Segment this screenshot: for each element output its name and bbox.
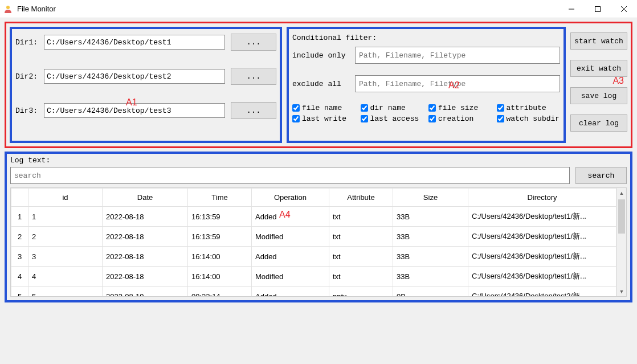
- cell-directory: C:/Users/42436/Desktop/test1/新...: [468, 267, 616, 287]
- cell-size: 33B: [393, 207, 468, 227]
- cell-date: 2022-08-18: [103, 227, 188, 247]
- dir3-label: Dir3:: [15, 107, 38, 115]
- search-button[interactable]: search: [575, 167, 627, 184]
- dir2-label: Dir2:: [15, 72, 38, 81]
- cell-attribute: txt: [329, 227, 393, 247]
- cell-operation: Modified: [252, 267, 329, 287]
- cell-size: 0B: [393, 287, 468, 297]
- cell-id: 5: [28, 287, 103, 297]
- svg-point-0: [6, 6, 10, 9]
- dir3-input[interactable]: [44, 103, 225, 118]
- include-input[interactable]: [355, 47, 560, 64]
- cell-directory: C:/Users/42436/Desktop/test1/新...: [468, 227, 616, 247]
- cell-operation: Added: [252, 207, 329, 227]
- col-attribute[interactable]: Attribute: [329, 189, 393, 207]
- cell-operation: Modified: [252, 227, 329, 247]
- titlebar[interactable]: File Monitor: [0, 0, 637, 18]
- table-header-row: id Date Time Operation Attribute Size Di…: [11, 189, 616, 207]
- dir1-browse-button[interactable]: ...: [231, 34, 276, 51]
- row-number: 4: [11, 267, 28, 287]
- cell-date: 2022-08-19: [103, 287, 188, 297]
- scroll-down-icon[interactable]: ▼: [617, 287, 626, 296]
- save-log-button[interactable]: save log: [570, 87, 627, 104]
- check-last-access[interactable]: last access: [361, 114, 424, 123]
- dir3-browse-button[interactable]: ...: [231, 102, 276, 119]
- cell-attribute: txt: [329, 247, 393, 267]
- log-table-wrap: id Date Time Operation Attribute Size Di…: [10, 187, 627, 297]
- filter-box: Conditional filter: include only exclude…: [287, 27, 566, 143]
- scroll-thumb[interactable]: [618, 199, 625, 234]
- dir1-label: Dir1:: [15, 38, 38, 47]
- dir2-input[interactable]: [44, 69, 225, 84]
- cell-time: 16:13:59: [188, 207, 252, 227]
- annotation-a3: A3: [612, 76, 624, 86]
- window-title: File Monitor: [17, 5, 56, 13]
- check-dir-name[interactable]: dir name: [361, 104, 424, 112]
- cell-directory: C:/Users/42436/Desktop/test1/新...: [468, 247, 616, 267]
- cell-date: 2022-08-18: [103, 267, 188, 287]
- cell-id: 3: [28, 247, 103, 267]
- check-creation[interactable]: creation: [428, 114, 492, 123]
- cell-time: 16:14:00: [188, 267, 252, 287]
- check-file-name[interactable]: file name: [292, 104, 356, 112]
- cell-time: 16:14:00: [188, 247, 252, 267]
- table-row[interactable]: 332022-08-1816:14:00Addedtxt33BC:/Users/…: [11, 247, 616, 267]
- check-watch-subdir[interactable]: watch subdir: [497, 114, 561, 123]
- table-row[interactable]: 552022-08-1909:22:14Addedpptx0BC:/Users/…: [11, 287, 616, 297]
- app-icon: [3, 5, 13, 14]
- cell-date: 2022-08-18: [103, 247, 188, 267]
- col-id[interactable]: id: [28, 189, 103, 207]
- vertical-scrollbar[interactable]: ▲ ▼: [616, 188, 626, 296]
- cell-id: 1: [28, 207, 103, 227]
- col-time[interactable]: Time: [188, 189, 252, 207]
- table-row[interactable]: 222022-08-1816:13:59Modifiedtxt33BC:/Use…: [11, 227, 616, 247]
- filter-checkboxes: file name dir name file size attribute l…: [292, 104, 560, 123]
- config-panel: Dir1: ... Dir2: ... Dir3: ... A1 Conditi…: [5, 22, 632, 148]
- dir2-browse-button[interactable]: ...: [231, 68, 276, 85]
- filter-title: Conditional filter:: [292, 34, 560, 42]
- dir1-input[interactable]: [44, 35, 225, 50]
- cell-size: 33B: [393, 247, 468, 267]
- cell-id: 2: [28, 227, 103, 247]
- table-row[interactable]: 112022-08-1816:13:59Addedtxt33BC:/Users/…: [11, 207, 616, 227]
- cell-attribute: txt: [329, 267, 393, 287]
- log-section: Log text: search id Date Time Operation: [5, 152, 632, 302]
- exclude-label: exclude all: [292, 80, 349, 88]
- close-button[interactable]: [611, 0, 637, 18]
- exit-watch-button[interactable]: exit watch: [570, 60, 627, 77]
- action-buttons: start watch exit watch save log clear lo…: [570, 27, 627, 143]
- search-input[interactable]: [10, 167, 570, 184]
- clear-log-button[interactable]: clear log: [570, 114, 627, 132]
- cell-time: 09:22:14: [188, 287, 252, 297]
- cell-date: 2022-08-18: [103, 207, 188, 227]
- cell-directory: C:/Users/42436/Desktop/test1/新...: [468, 207, 616, 227]
- col-date[interactable]: Date: [103, 189, 188, 207]
- col-directory[interactable]: Directory: [468, 189, 616, 207]
- directories-box: Dir1: ... Dir2: ... Dir3: ... A1: [10, 27, 282, 143]
- minimize-button[interactable]: [558, 0, 585, 18]
- table-row[interactable]: 442022-08-1816:14:00Modifiedtxt33BC:/Use…: [11, 267, 616, 287]
- row-number: 1: [11, 207, 28, 227]
- log-label: Log text:: [10, 156, 627, 165]
- check-attribute[interactable]: attribute: [497, 104, 561, 112]
- cell-attribute: pptx: [329, 287, 393, 297]
- cell-attribute: txt: [329, 207, 393, 227]
- row-number: 3: [11, 247, 28, 267]
- maximize-button[interactable]: [585, 0, 611, 18]
- svg-rect-2: [595, 6, 601, 11]
- exclude-input[interactable]: [355, 75, 560, 92]
- cell-time: 16:13:59: [188, 227, 252, 247]
- check-file-size[interactable]: file size: [428, 104, 492, 112]
- cell-directory: C:/Users/42436/Desktop/test2/新...: [468, 287, 616, 297]
- cell-id: 4: [28, 267, 103, 287]
- check-last-write[interactable]: last write: [292, 114, 356, 123]
- cell-size: 33B: [393, 267, 468, 287]
- row-number: 5: [11, 287, 28, 297]
- cell-size: 33B: [393, 227, 468, 247]
- include-label: include only: [292, 51, 349, 60]
- col-size[interactable]: Size: [393, 189, 468, 207]
- scroll-up-icon[interactable]: ▲: [617, 188, 626, 198]
- log-table: id Date Time Operation Attribute Size Di…: [11, 188, 616, 297]
- col-operation[interactable]: Operation: [252, 189, 329, 207]
- start-watch-button[interactable]: start watch: [570, 32, 627, 50]
